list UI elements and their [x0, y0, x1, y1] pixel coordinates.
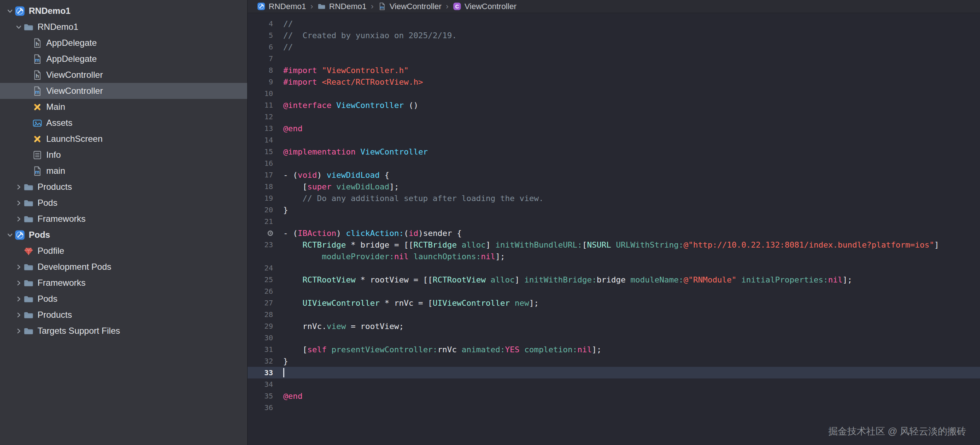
- sidebar-item-products[interactable]: Products: [0, 179, 247, 195]
- code-text[interactable]: - (void) viewDidLoad {: [273, 171, 389, 180]
- line-number[interactable]: 17: [248, 171, 273, 179]
- line-number[interactable]: 32: [248, 357, 273, 365]
- code-text[interactable]: }: [273, 206, 288, 214]
- code-line-25[interactable]: 25 RCTRootView * rootView = [[RCTRootVie…: [248, 274, 980, 285]
- code-line-22[interactable]: - (IBAction) clickAction:(id)sender {: [248, 227, 980, 239]
- breadcrumb-item-rndemo1[interactable]: RNDemo1: [257, 2, 306, 11]
- code-text[interactable]: [super viewDidLoad];: [273, 182, 399, 191]
- line-number[interactable]: 33: [248, 368, 273, 377]
- code-text[interactable]: [self presentViewController:rnVc animate…: [273, 345, 601, 354]
- code-text[interactable]: //: [273, 19, 293, 29]
- code-line-6[interactable]: 6//: [248, 41, 980, 53]
- disclosure-chevron-right-icon[interactable]: [14, 294, 23, 304]
- code-line-11[interactable]: 11@interface ViewController (): [248, 99, 980, 111]
- code-text[interactable]: #import <React/RCTRootView.h>: [273, 78, 423, 87]
- code-text[interactable]: rnVc.view = rootView;: [273, 322, 404, 331]
- line-number[interactable]: 26: [248, 287, 273, 296]
- disclosure-chevron-down-icon[interactable]: [14, 22, 23, 32]
- code-line-29[interactable]: 29 rnVc.view = rootView;: [248, 320, 980, 332]
- line-number[interactable]: 18: [248, 182, 273, 191]
- code-line-14[interactable]: 14: [248, 134, 980, 146]
- line-number[interactable]: 11: [248, 101, 273, 109]
- code-line-27[interactable]: 27 UIViewController * rnVc = [UIViewCont…: [248, 297, 980, 309]
- disclosure-chevron-right-icon[interactable]: [14, 182, 23, 192]
- line-number[interactable]: 8: [248, 66, 273, 74]
- code-line-4[interactable]: 4//: [248, 18, 980, 29]
- code-text[interactable]: @interface ViewController (): [273, 101, 418, 110]
- line-number[interactable]: 16: [248, 159, 273, 168]
- sidebar-item-pods[interactable]: Pods: [0, 195, 247, 211]
- line-number[interactable]: 30: [248, 333, 273, 342]
- sidebar-item-main[interactable]: mmain: [0, 163, 247, 179]
- line-number[interactable]: 27: [248, 298, 273, 307]
- code-line-35[interactable]: 35@end: [248, 390, 980, 402]
- code-line-26[interactable]: 26: [248, 285, 980, 297]
- code-line-13[interactable]: 13@end: [248, 122, 980, 134]
- code-line-33[interactable]: 33: [248, 367, 980, 378]
- code-text[interactable]: UIViewController * rnVc = [UIViewControl…: [273, 298, 539, 307]
- line-number[interactable]: 34: [248, 380, 273, 389]
- code-text[interactable]: @end: [273, 124, 302, 133]
- code-line-21[interactable]: 21: [248, 215, 980, 227]
- line-number[interactable]: 36: [248, 403, 273, 412]
- code-line-24[interactable]: 24: [248, 262, 980, 274]
- line-number[interactable]: 5: [248, 31, 273, 40]
- line-number[interactable]: 14: [248, 136, 273, 144]
- code-text[interactable]: moduleProvider:nil launchOptions:nil];: [273, 252, 505, 261]
- line-number[interactable]: 29: [248, 322, 273, 331]
- code-text[interactable]: RCTRootView * rootView = [[RCTRootView a…: [273, 275, 852, 284]
- code-area[interactable]: 4//5// Created by yunxiao on 2025/2/19.6…: [248, 18, 980, 413]
- code-line-30[interactable]: 30: [248, 332, 980, 344]
- disclosure-chevron-down-icon[interactable]: [5, 6, 14, 16]
- code-line-15[interactable]: 15@implementation ViewController: [248, 146, 980, 157]
- line-number[interactable]: 9: [248, 78, 273, 86]
- line-number[interactable]: 25: [248, 275, 273, 284]
- code-line-36[interactable]: 36: [248, 402, 980, 413]
- code-text[interactable]: // Do any additional setup after loading…: [273, 194, 544, 203]
- line-number[interactable]: 19: [248, 194, 273, 203]
- line-number[interactable]: 10: [248, 89, 273, 98]
- code-line-7[interactable]: 7: [248, 53, 980, 64]
- sidebar-item-podfile[interactable]: Podfile: [0, 243, 247, 259]
- code-text[interactable]: #import "ViewController.h": [273, 66, 409, 75]
- code-line-19[interactable]: 19 // Do any additional setup after load…: [248, 192, 980, 204]
- line-number[interactable]: 6: [248, 43, 273, 51]
- code-line-34[interactable]: 34: [248, 378, 980, 390]
- disclosure-chevron-down-icon[interactable]: [5, 230, 14, 239]
- sidebar-item-frameworks[interactable]: Frameworks: [0, 275, 247, 291]
- line-number[interactable]: 7: [248, 54, 273, 63]
- sidebar-item-assets[interactable]: Assets: [0, 115, 247, 131]
- sidebar-item-appdelegate[interactable]: mAppDelegate: [0, 51, 247, 67]
- line-number[interactable]: 35: [248, 391, 273, 400]
- sidebar-item-viewcontroller[interactable]: mViewController: [0, 83, 247, 99]
- code-line-23[interactable]: 23 RCTBridge * bridge = [[RCTBridge allo…: [248, 239, 980, 250]
- sidebar-item-frameworks[interactable]: Frameworks: [0, 211, 247, 227]
- line-number[interactable]: 24: [248, 264, 273, 272]
- code-text[interactable]: @implementation ViewController: [273, 147, 428, 156]
- breadcrumb-item-rndemo1[interactable]: RNDemo1: [317, 2, 367, 11]
- code-line-12[interactable]: 12: [248, 111, 980, 122]
- disclosure-chevron-right-icon[interactable]: [14, 214, 23, 223]
- sidebar-item-development-pods[interactable]: Development Pods: [0, 259, 247, 275]
- code-line-20[interactable]: 20}: [248, 204, 980, 215]
- sidebar-item-appdelegate[interactable]: hAppDelegate: [0, 35, 247, 51]
- code-line-5[interactable]: 5// Created by yunxiao on 2025/2/19.: [248, 29, 980, 41]
- code-line-18[interactable]: 18 [super viewDidLoad];: [248, 181, 980, 192]
- code-text[interactable]: //: [273, 43, 293, 52]
- sidebar-item-launchscreen[interactable]: LaunchScreen: [0, 131, 247, 147]
- code-line-10[interactable]: 10: [248, 88, 980, 99]
- line-number[interactable]: 28: [248, 310, 273, 319]
- sidebar-item-rndemo1[interactable]: RNDemo1: [0, 3, 247, 19]
- sidebar-item-targets-support-files[interactable]: Targets Support Files: [0, 323, 247, 339]
- code-text[interactable]: @end: [273, 391, 302, 401]
- code-line-28[interactable]: 28: [248, 309, 980, 320]
- line-number[interactable]: 21: [248, 217, 273, 226]
- sidebar-item-viewcontroller[interactable]: hViewController: [0, 67, 247, 83]
- code-text[interactable]: }: [273, 357, 288, 366]
- sidebar-item-info[interactable]: Info: [0, 147, 247, 163]
- disclosure-chevron-right-icon[interactable]: [14, 262, 23, 272]
- code-line-17[interactable]: 17- (void) viewDidLoad {: [248, 169, 980, 181]
- line-number[interactable]: 23: [248, 240, 273, 249]
- gutter-ibaction-connector[interactable]: [248, 231, 273, 236]
- sidebar-item-products[interactable]: Products: [0, 307, 247, 323]
